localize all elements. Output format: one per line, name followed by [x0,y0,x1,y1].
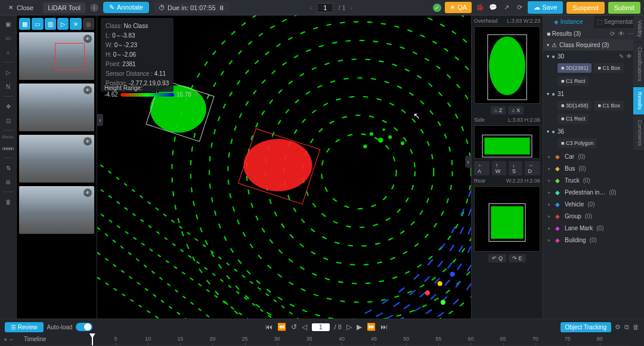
class-row-group[interactable]: ▸◆Group (0) [543,210,644,222]
bug-icon[interactable]: 🐞 [475,3,485,13]
lidar-canvas[interactable]: Class: No Class L: 0～-3.83 W: 0～-2.23 H:… [97,16,471,319]
camera-thumb-2[interactable]: 👁 [19,84,94,131]
rail-classifications[interactable]: Classifications [633,42,644,87]
view-single-icon[interactable]: ▭ [32,18,43,30]
side-view[interactable] [474,125,540,159]
tab-instance[interactable]: ◈ Instance [543,16,594,28]
tool-settings-icon[interactable]: ⚙ [2,176,14,188]
info-icon[interactable]: i [90,4,98,12]
rear-view[interactable] [474,186,540,252]
pause-icon[interactable]: ⏸ [218,4,225,11]
view-grid-icon[interactable]: ▦ [19,18,30,30]
class-row-building[interactable]: ▸◆Building (0) [543,234,644,246]
pager-next-icon[interactable]: › [351,4,353,11]
thumb-eye-icon[interactable]: 👁 [83,137,92,146]
camera-thumb-3[interactable]: 👁 [19,135,94,183]
pb-copy-icon[interactable]: ⧉ [624,323,629,331]
rail-comments[interactable]: Comments [633,115,644,152]
camera-thumb-1[interactable]: 👁 [19,32,94,80]
tool-3d-icon[interactable]: 3D [2,32,14,44]
thumb-eye-icon[interactable]: 👁 [83,189,92,197]
object-31-row[interactable]: ▾●31 [543,88,644,100]
nav-w[interactable]: ↑ W [492,161,506,175]
tool-trash-icon[interactable]: 🗑 [2,196,14,208]
share-icon[interactable]: ↗ [501,3,511,13]
forward-icon[interactable]: ⏩ [367,323,376,331]
tool-a-icon[interactable]: A [2,47,14,58]
save-button[interactable]: Save [528,1,563,14]
annotate-button[interactable]: Annotate [103,2,149,13]
tool-move-icon[interactable]: ✥ [2,100,14,112]
object-30-row[interactable]: ▾●30✎👁🗑 [543,51,644,62]
view-play-icon[interactable]: ▷ [57,18,69,30]
obj31-c1rect-chip[interactable]: ■ C1 Rect [558,114,589,123]
object-tracking-button[interactable]: Object Tracking [561,322,611,332]
nav-a[interactable]: ← A [474,161,490,175]
collapse-left-icon[interactable]: ‹ [97,114,103,126]
obj30-3d-chip[interactable]: ■ 3D(2381) [558,63,592,73]
rail-validity[interactable]: Validity [633,16,644,42]
thumb-eye-icon[interactable]: 👁 [83,86,92,94]
class-row-truck[interactable]: ▸◆Truck (0) [543,174,644,186]
class-row-lane-mark[interactable]: ▸◆Lane Mark (0) [543,222,644,234]
suspend-button[interactable]: Suspend [566,2,604,14]
obj-edit-icon[interactable]: ✎ [619,53,624,60]
pb-gear-icon[interactable]: ⚙ [615,323,621,331]
nav-q[interactable]: ↶ Q [488,254,506,262]
refresh-icon[interactable]: ⟳ [515,3,524,13]
frame-input[interactable]: 1 [312,323,330,331]
camera-thumb-4[interactable]: 👁 [19,186,94,234]
skip-end-icon[interactable]: ⏭ [380,323,388,331]
close-button[interactable]: Close [4,2,38,13]
overhead-view[interactable] [474,26,540,104]
pager-prev-icon[interactable]: ‹ [310,4,312,11]
nav-e[interactable]: ↷ E [509,254,526,262]
class-row-vehicle[interactable]: ▸◆Vehicle (0) [543,198,644,210]
pager-current[interactable]: 1 [317,3,333,13]
tool-filter-icon[interactable]: ⇅ [2,162,14,174]
tool-node-icon[interactable]: ⊡ [2,115,14,126]
timeline[interactable]: +− Timeline 5101520253035404550556065707… [0,335,644,346]
obj30-c1box-chip[interactable]: ■ C1 Box [594,63,623,73]
object-36-row[interactable]: ▾●36 [543,126,644,137]
tool-capture-icon[interactable]: ▣ [2,18,14,30]
view-cols-icon[interactable]: ▥ [45,18,56,30]
view-target-icon[interactable]: ◎ [83,18,94,30]
results-eye-icon[interactable]: 👁 [618,30,624,37]
tool-n-icon[interactable]: N [2,81,14,92]
skip-start-icon[interactable]: ⏮ [265,323,273,331]
class-row-bus[interactable]: ▸◆Bus (0) [543,162,644,174]
qa-button[interactable]: ☀ QA [445,2,472,13]
tool-chip[interactable]: LiDAR Tool [43,2,85,13]
ctrl-x[interactable]: ⌂ X [508,106,524,115]
comment-icon[interactable]: 💬 [488,3,498,13]
autoload-switch[interactable] [76,323,92,331]
rewind-icon[interactable]: ⏪ [277,323,286,331]
obj31-c1box-chip[interactable]: ■ C1 Box [594,101,623,110]
review-button[interactable]: Review [5,322,44,332]
thumb-eye-icon[interactable]: 👁 [83,35,92,43]
hr-bar[interactable] [120,93,174,97]
playhead[interactable] [92,336,93,346]
pb-trash-icon[interactable]: 🗑 [633,323,639,330]
results-refresh-icon[interactable]: ⟳ [610,30,615,37]
tl-minus-icon[interactable]: − [9,336,13,343]
submit-button[interactable]: Submit [608,2,640,14]
nav-s[interactable]: ↓ S [509,161,522,175]
obj-eye-icon[interactable]: 👁 [626,53,632,60]
class-required-row[interactable]: ▾⚠ Class Required (3) [543,39,644,51]
obj31-3d-chip[interactable]: ■ 3D(1458) [558,101,592,110]
view-route-icon[interactable]: ✕ [70,18,81,30]
step-back-icon[interactable]: ↺ [291,323,297,331]
nav-d[interactable]: → D [525,161,540,175]
hr-reset-icon[interactable]: ⟲ [194,91,199,98]
obj36-c3-chip[interactable]: ■ C3 Polygon [558,138,597,148]
ctrl-z[interactable]: ⌂ Z [491,106,506,115]
rail-results[interactable]: Results [633,87,644,115]
tool-play-icon[interactable]: ▷ [2,66,14,78]
collapse-right-icon[interactable]: › [465,156,471,168]
tl-plus-icon[interactable]: + [4,336,7,343]
tool-skip-icon[interactable]: ⏮⏭ [2,142,14,154]
obj30-c1rect-chip[interactable]: ■ C1 Rect [558,76,589,86]
play-icon[interactable]: ▶ [357,323,362,331]
